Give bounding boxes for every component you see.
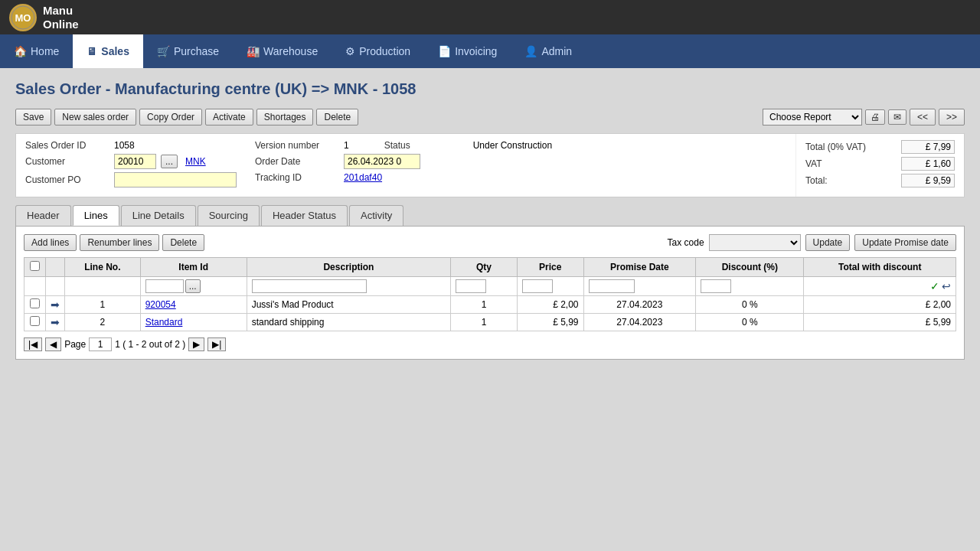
row2-arrow-cell: ➡ [46,314,65,331]
prev-page-button[interactable]: ◀ [45,337,61,351]
total-label: Total: [805,175,828,186]
toolbar-right: Choose Report 🖨 ✉ << >> [763,109,965,126]
nav-warehouse[interactable]: 🏭 Warehouse [233,34,332,68]
nav-purchase[interactable]: 🛒 Purchase [143,34,233,68]
new-row-lookup-button[interactable]: ... [185,279,201,293]
nav-next-button[interactable]: >> [939,109,965,126]
new-row-desc-cell [247,277,451,296]
tab-content-lines: Add lines Renumber lines Delete Tax code… [15,226,965,360]
row1-qty: 1 [451,296,518,314]
customer-lookup-button[interactable]: ... [161,155,178,168]
last-page-button[interactable]: ▶| [207,337,226,351]
new-row-description-input[interactable] [252,279,367,293]
new-row-promise-date-input[interactable] [589,279,635,293]
page-number-input[interactable] [89,337,112,351]
new-row-itemid-cell: ... [140,277,247,296]
version-number-value: 1 [344,140,349,151]
new-row-qty-input[interactable] [456,279,486,293]
col-line-no: Line No. [65,258,141,277]
update-promise-date-button[interactable]: Update Promise date [854,234,956,251]
status-value: Under Construction [473,140,552,151]
lines-table: Line No. Item Id Description Qty Price P… [24,257,956,331]
sales-order-id-label: Sales Order ID [25,140,109,151]
tab-line-details[interactable]: Line Details [121,205,196,226]
shortages-button[interactable]: Shortages [256,109,314,126]
tracking-id-value[interactable]: 201daf40 [344,172,382,183]
customer-po-input[interactable] [114,172,237,187]
new-row-lineno-cell [65,277,141,296]
col-item-id: Item Id [140,258,247,277]
tax-code-select[interactable] [709,234,801,251]
admin-icon: 👤 [524,45,537,57]
tab-header[interactable]: Header [15,205,71,226]
total-row: Total: £ 9,59 [805,174,955,187]
tab-sourcing[interactable]: Sourcing [198,205,260,226]
print-icon-button[interactable]: 🖨 [865,109,885,125]
tax-code-label: Tax code [668,237,704,248]
page-title: Sales Order - Manufacturing centre (UK) … [15,80,965,98]
customer-id-input[interactable] [114,154,156,169]
new-sales-order-button[interactable]: New sales order [54,109,136,126]
row2-checkbox[interactable] [30,316,40,326]
update-button[interactable]: Update [805,234,851,251]
row1-arrow-cell: ➡ [46,296,65,314]
activate-button[interactable]: Activate [205,109,253,126]
row2-total: £ 5,99 [804,314,956,331]
order-date-row: Order Date [255,154,786,169]
tab-activity[interactable]: Activity [349,205,403,226]
lines-delete-button[interactable]: Delete [162,234,204,251]
lines-toolbar-right: Tax code Update Update Promise date [668,234,956,251]
tracking-id-label: Tracking ID [255,172,339,183]
customer-name-value: MNK [185,156,206,167]
tab-lines[interactable]: Lines [73,205,119,226]
nav-bar: 🏠 Home 🖥 Sales 🛒 Purchase 🏭 Warehouse ⚙ … [0,34,980,68]
total-vat-row: Total (0% VAT) £ 7,99 [805,140,955,154]
confirm-new-row-icon[interactable]: ✓ [930,280,939,292]
nav-prev-button[interactable]: << [910,109,936,126]
row2-qty: 1 [451,314,518,331]
new-row-price-input[interactable] [522,279,553,293]
row1-item-id-link[interactable]: 920054 [145,299,176,310]
first-page-button[interactable]: |◀ [24,337,42,351]
email-icon-button[interactable]: ✉ [888,109,906,125]
nav-invoicing[interactable]: 📄 Invoicing [424,34,511,68]
row2-description: standard shipping [247,314,451,331]
row2-arrow-icon[interactable]: ➡ [51,316,60,328]
next-page-button[interactable]: ▶ [188,337,204,351]
row2-checkbox-cell [24,314,46,331]
add-lines-button[interactable]: Add lines [24,234,77,251]
row1-arrow-icon[interactable]: ➡ [51,298,60,311]
sales-icon: 🖥 [87,45,97,57]
vat-row: VAT £ 1,60 [805,157,955,171]
select-all-checkbox[interactable] [30,261,40,271]
row1-price: £ 2,00 [517,296,583,314]
warehouse-icon: 🏭 [247,45,260,57]
new-row-item-id-input[interactable] [145,279,184,293]
choose-report-select[interactable]: Choose Report [763,109,862,126]
cancel-new-row-icon[interactable]: ↩ [942,280,951,292]
vat-label: VAT [805,158,822,169]
new-row-checkbox-cell [24,277,46,296]
purchase-icon: 🛒 [157,45,170,57]
nav-admin[interactable]: 👤 Admin [511,34,586,68]
order-date-input[interactable] [344,154,420,169]
nav-production[interactable]: ⚙ Production [332,34,424,68]
save-button[interactable]: Save [15,109,51,126]
tab-header-status[interactable]: Header Status [261,205,348,226]
col-qty: Qty [451,258,518,277]
copy-order-button[interactable]: Copy Order [139,109,202,126]
col-arrow [46,258,65,277]
new-row-discount-input[interactable] [701,279,731,293]
nav-sales[interactable]: 🖥 Sales [73,34,143,68]
row1-checkbox[interactable] [30,298,40,308]
nav-home[interactable]: 🏠 Home [0,34,73,68]
row2-promise-date: 27.04.2023 [583,314,696,331]
logo-text: Manu Online [43,4,79,31]
row2-discount: 0 % [696,314,804,331]
row2-item-id-link[interactable]: Standard [145,317,183,328]
page-label: Page [64,339,86,350]
delete-button[interactable]: Delete [316,109,358,126]
renumber-lines-button[interactable]: Renumber lines [80,234,159,251]
version-number-row: Version number 1 Status Under Constructi… [255,140,786,151]
row1-total: £ 2,00 [804,296,956,314]
